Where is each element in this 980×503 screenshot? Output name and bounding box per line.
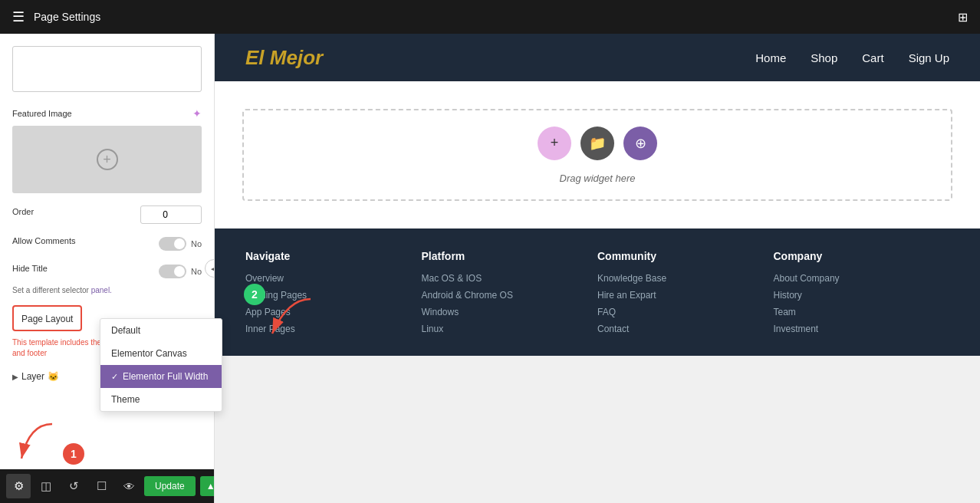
site-logo: El Mejor	[245, 46, 323, 70]
footer-link-contact[interactable]: Contact	[597, 324, 774, 334]
top-bar: ☰ Page Settings ⊞	[0, 0, 980, 34]
footer-link-windows[interactable]: Windows	[422, 307, 598, 317]
hide-title-row: Hide Title No	[12, 264, 202, 279]
footer-link-faq[interactable]: FAQ	[597, 307, 774, 317]
update-chevron-button[interactable]: ▲	[200, 476, 215, 496]
site-header: El Mejor Home Shop Cart Sign Up	[215, 34, 980, 81]
layout-dropdown: Default Elementor Canvas ✓ Elementor Ful…	[100, 318, 222, 412]
footer-link-overview[interactable]: Overview	[245, 273, 422, 284]
nav-cart[interactable]: Cart	[862, 51, 883, 64]
layer-arrow-icon: ▶	[12, 373, 18, 381]
add-image-icon[interactable]: +	[97, 149, 118, 170]
canvas-area: El Mejor Home Shop Cart Sign Up + 📁 ⊕ Dr…	[215, 34, 980, 503]
history-icon[interactable]: ↺	[61, 474, 86, 498]
dropdown-elementor-full-width[interactable]: ✓ Elementor Full Width	[100, 365, 222, 388]
nav-shop[interactable]: Shop	[811, 51, 837, 64]
update-button[interactable]: Update	[144, 476, 196, 496]
page-description-textarea[interactable]	[12, 46, 202, 92]
badge-2: 2	[244, 284, 265, 305]
order-label: Order	[12, 207, 34, 216]
hide-title-switch[interactable]	[159, 265, 186, 278]
main-layout: Featured Image ✦ + Order Allow Comments …	[0, 34, 980, 503]
drop-zone-icons: + 📁 ⊕	[538, 127, 657, 160]
grid-icon[interactable]: ⊞	[958, 10, 968, 25]
settings-icon[interactable]: ⚙	[6, 474, 31, 498]
dropdown-default[interactable]: Default	[100, 319, 222, 342]
footer-link-hire[interactable]: Hire an Expart	[597, 290, 774, 301]
site-nav: Home Shop Cart Sign Up	[755, 51, 949, 64]
footer-platform: Platform Mac OS & IOS Android & Chrome O…	[422, 250, 598, 340]
dropdown-theme[interactable]: Theme	[100, 388, 222, 411]
page-layout-label: Page Layout	[21, 314, 73, 324]
template-button[interactable]: ⊕	[623, 127, 657, 160]
layers-icon[interactable]: ◫	[34, 474, 58, 498]
dropdown-elementor-canvas[interactable]: Elementor Canvas	[100, 342, 222, 365]
footer-navigate-title: Navigate	[245, 250, 422, 262]
featured-image-label: Featured Image ✦	[12, 107, 202, 120]
footer-community-title: Community	[597, 250, 774, 262]
page-settings-title: Page Settings	[34, 11, 100, 23]
folder-button[interactable]: 📁	[580, 127, 614, 160]
footer-community: Community Knowledge Base Hire an Expart …	[597, 250, 774, 340]
dropdown-canvas-label: Elementor Canvas	[111, 348, 187, 359]
website-preview: El Mejor Home Shop Cart Sign Up + 📁 ⊕ Dr…	[215, 34, 980, 503]
preview-icon[interactable]: 👁	[117, 474, 141, 498]
drag-text: Drag widget here	[560, 173, 636, 184]
toolbar-left: ⚙ ◫ ↺ ☐ 👁	[6, 474, 141, 498]
footer-link-team[interactable]: Team	[774, 307, 950, 317]
footer-link-macos[interactable]: Mac OS & IOS	[422, 273, 598, 284]
page-layout-box[interactable]: Page Layout	[12, 305, 82, 331]
hide-title-toggle[interactable]: No	[159, 265, 202, 278]
templates-icon[interactable]: ☐	[89, 474, 113, 498]
hide-title-no: No	[191, 267, 202, 276]
toolbar-right: Update ▲	[144, 476, 215, 496]
check-icon: ✓	[111, 372, 118, 382]
footer-link-history[interactable]: History	[774, 290, 950, 301]
footer-link-android[interactable]: Android & Chrome OS	[422, 290, 598, 301]
badge-1: 1	[63, 443, 84, 465]
allow-comments-toggle[interactable]: No	[159, 237, 202, 251]
allow-comments-switch[interactable]	[159, 237, 186, 251]
dropdown-default-label: Default	[111, 325, 140, 336]
footer-platform-title: Platform	[422, 250, 598, 262]
nav-signup[interactable]: Sign Up	[909, 51, 949, 64]
panel-link[interactable]: panel.	[91, 286, 112, 294]
hamburger-icon[interactable]: ☰	[12, 8, 25, 25]
add-widget-button[interactable]: +	[538, 127, 571, 160]
footer-company: Company About Company History Team Inves…	[774, 250, 950, 340]
dropdown-theme-label: Theme	[111, 394, 140, 405]
order-row: Order	[12, 205, 202, 224]
footer-company-title: Company	[774, 250, 950, 262]
featured-image-box[interactable]: +	[12, 126, 202, 193]
dropdown-fullwidth-label: Elementor Full Width	[123, 371, 208, 382]
hide-title-label: Hide Title	[12, 264, 48, 273]
bottom-toolbar: ⚙ ◫ ↺ ☐ 👁 Update ▲	[0, 469, 214, 503]
footer-link-investment[interactable]: Investment	[774, 324, 950, 334]
arrow-2-indicator	[265, 295, 326, 341]
nav-home[interactable]: Home	[755, 51, 786, 64]
footer-link-kb[interactable]: Knowledge Base	[597, 273, 774, 284]
footer-link-linux[interactable]: Linux	[422, 324, 598, 334]
footer-link-about[interactable]: About Company	[774, 273, 950, 284]
hint-text: Set a different selector panel.	[12, 285, 202, 296]
layer-label: Layer	[21, 371, 44, 382]
allow-comments-label: Allow Comments	[12, 236, 76, 245]
allow-comments-no: No	[191, 239, 202, 248]
allow-comments-row: Allow Comments No	[12, 236, 202, 252]
order-input[interactable]	[140, 205, 202, 224]
canvas-white-area: + 📁 ⊕ Drag widget here	[215, 81, 980, 228]
drop-zone[interactable]: + 📁 ⊕ Drag widget here	[242, 109, 952, 201]
site-footer: Navigate Overview Landing Pages App Page…	[215, 228, 980, 356]
ai-icon: ✦	[192, 107, 202, 120]
layer-emoji: 🐱	[48, 371, 59, 382]
arrow-1-indicator	[14, 420, 60, 466]
